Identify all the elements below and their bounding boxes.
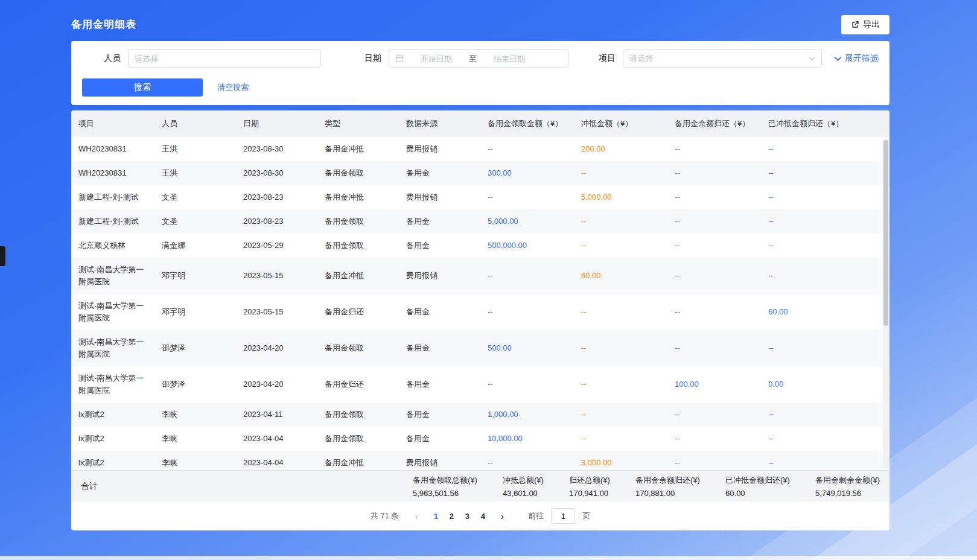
cell-withdraw: -- bbox=[480, 294, 574, 330]
cell-project: 北京顺义杨林 bbox=[71, 234, 154, 258]
cell-person: 邓宇明 bbox=[154, 294, 236, 330]
expand-filters-label: 展开筛选 bbox=[845, 53, 879, 64]
search-button[interactable]: 搜索 bbox=[82, 78, 203, 97]
cell-balance_return: -- bbox=[667, 294, 761, 330]
goto-page-input[interactable] bbox=[551, 508, 575, 524]
cell-offset_return: -- bbox=[761, 427, 889, 451]
cell-withdraw: 500.00 bbox=[480, 330, 574, 366]
cell-source: 备用金 bbox=[399, 330, 480, 366]
table-row: 测试-南昌大学第一附属医院邵梦泽2023-04-20备用金归还备用金----10… bbox=[71, 366, 889, 402]
cell-date: 2023-08-23 bbox=[236, 209, 317, 234]
cell-offset_return: -- bbox=[761, 451, 889, 470]
cell-project: lx测试2 bbox=[71, 427, 154, 451]
cell-offset: -- bbox=[574, 330, 667, 366]
project-filter-label: 项目 bbox=[599, 53, 616, 64]
cell-person: 文圣 bbox=[154, 209, 236, 234]
column-header: 日期 bbox=[236, 110, 317, 137]
project-filter: 项目 请选择 bbox=[599, 49, 822, 68]
page-button-1[interactable]: 1 bbox=[428, 508, 444, 524]
summary-item-label: 已冲抵金额归还(¥) bbox=[725, 475, 790, 486]
cell-offset_return: -- bbox=[761, 258, 889, 294]
page-button-4[interactable]: 4 bbox=[475, 508, 491, 524]
page-number-list: 1234 bbox=[428, 508, 491, 524]
cell-offset: 5,000.00 bbox=[574, 185, 667, 209]
collapse-handle[interactable] bbox=[0, 246, 5, 266]
cell-offset: -- bbox=[574, 234, 667, 258]
cell-offset_return: -- bbox=[761, 234, 889, 258]
cell-date: 2023-05-15 bbox=[236, 294, 317, 330]
prev-page-button[interactable]: ‹ bbox=[409, 508, 424, 524]
cell-offset: 60.00 bbox=[574, 258, 667, 294]
cell-balance_return: 100.00 bbox=[667, 366, 761, 402]
cell-offset: -- bbox=[574, 209, 667, 234]
filter-panel: 人员 日期 至 项目 请选择 bbox=[71, 41, 889, 105]
start-date-input[interactable] bbox=[406, 54, 466, 63]
summary-total-label: 合计 bbox=[81, 481, 413, 492]
cell-type: 备用金领取 bbox=[317, 234, 399, 258]
column-header: 项目 bbox=[71, 110, 154, 137]
cell-date: 2023-04-04 bbox=[236, 451, 317, 470]
summary-item: 备用金领取总额(¥)5,963,501.56 bbox=[413, 475, 477, 498]
expand-filters-link[interactable]: 展开筛选 bbox=[834, 53, 879, 64]
table-header-row: 项目人员日期类型数据来源备用金领取金额（¥）冲抵金额（¥）备用金余额归还（¥）已… bbox=[71, 110, 889, 137]
cell-project: WH20230831 bbox=[71, 137, 154, 161]
cell-source: 备用金 bbox=[399, 209, 480, 234]
cell-source: 备用金 bbox=[399, 366, 480, 402]
clear-search-link[interactable]: 清空搜索 bbox=[217, 82, 249, 93]
cell-date: 2023-04-11 bbox=[236, 402, 317, 427]
data-table-card: 项目人员日期类型数据来源备用金领取金额（¥）冲抵金额（¥）备用金余额归还（¥）已… bbox=[71, 110, 889, 530]
cell-type: 备用金冲抵 bbox=[317, 258, 399, 294]
table-row: 新建工程-刘-测试文圣2023-08-23备用金领取备用金5,000.00---… bbox=[71, 209, 889, 234]
cell-withdraw: -- bbox=[480, 137, 574, 161]
column-header: 冲抵金额（¥） bbox=[574, 110, 667, 137]
cell-offset: -- bbox=[574, 294, 667, 330]
page-title: 备用金明细表 bbox=[71, 15, 136, 34]
cell-balance_return: -- bbox=[667, 330, 761, 366]
chevron-down-icon bbox=[809, 56, 815, 62]
background-decoration bbox=[0, 556, 977, 560]
person-filter: 人员 bbox=[82, 49, 321, 68]
cell-type: 备用金领取 bbox=[317, 330, 399, 366]
date-filter: 日期 至 bbox=[364, 49, 568, 68]
cell-type: 备用金冲抵 bbox=[317, 185, 399, 209]
cell-source: 备用金 bbox=[399, 427, 480, 451]
export-button[interactable]: 导出 bbox=[841, 15, 889, 34]
date-range-picker[interactable]: 至 bbox=[389, 49, 568, 68]
cell-balance_return: -- bbox=[667, 209, 761, 234]
scrollbar-thumb[interactable] bbox=[883, 140, 888, 326]
cell-withdraw: 5,000.00 bbox=[480, 209, 574, 234]
cell-offset: -- bbox=[574, 402, 667, 427]
table-scroll-area[interactable]: WH20230831王洪2023-08-30备用金冲抵费用报销--200.00-… bbox=[71, 137, 889, 470]
cell-offset_return: -- bbox=[761, 330, 889, 366]
end-date-input[interactable] bbox=[479, 54, 539, 63]
page-button-3[interactable]: 3 bbox=[459, 508, 475, 524]
cell-type: 备用金领取 bbox=[317, 402, 399, 427]
cell-balance_return: -- bbox=[667, 185, 761, 209]
cell-person: 文圣 bbox=[154, 185, 236, 209]
cell-date: 2023-04-20 bbox=[236, 366, 317, 402]
total-count: 共 71 条 bbox=[371, 511, 399, 521]
table-row: 测试-南昌大学第一附属医院邓宇明2023-05-15备用金归还备用金------… bbox=[71, 294, 889, 330]
cell-person: 邵梦泽 bbox=[154, 366, 236, 402]
next-page-button[interactable]: › bbox=[494, 508, 510, 524]
cell-project: 测试-南昌大学第一附属医院 bbox=[71, 330, 154, 366]
person-select-input[interactable] bbox=[128, 49, 321, 68]
cell-type: 备用金冲抵 bbox=[317, 451, 399, 470]
cell-project: 测试-南昌大学第一附属医院 bbox=[71, 294, 154, 330]
export-icon bbox=[851, 21, 859, 29]
cell-offset: -- bbox=[574, 161, 667, 185]
cell-date: 2023-04-04 bbox=[236, 427, 317, 451]
summary-item: 归还总额(¥)170,941.00 bbox=[569, 475, 610, 498]
project-select[interactable]: 请选择 bbox=[623, 49, 822, 68]
date-separator: 至 bbox=[469, 53, 477, 64]
cell-date: 2023-05-29 bbox=[236, 234, 317, 258]
page-unit-label: 页 bbox=[582, 511, 590, 521]
cell-source: 费用报销 bbox=[399, 258, 480, 294]
project-select-placeholder: 请选择 bbox=[629, 53, 653, 64]
table-row: lx测试2李峡2023-04-11备用金领取备用金1,000.00------ bbox=[71, 402, 889, 427]
page-button-2[interactable]: 2 bbox=[444, 508, 459, 524]
summary-item: 备用金剩余金额(¥)5,749,019.56 bbox=[815, 475, 880, 498]
date-filter-label: 日期 bbox=[364, 53, 381, 64]
table-row: 测试-南昌大学第一附属医院邵梦泽2023-04-20备用金领取备用金500.00… bbox=[71, 330, 889, 366]
cell-source: 费用报销 bbox=[399, 451, 480, 470]
